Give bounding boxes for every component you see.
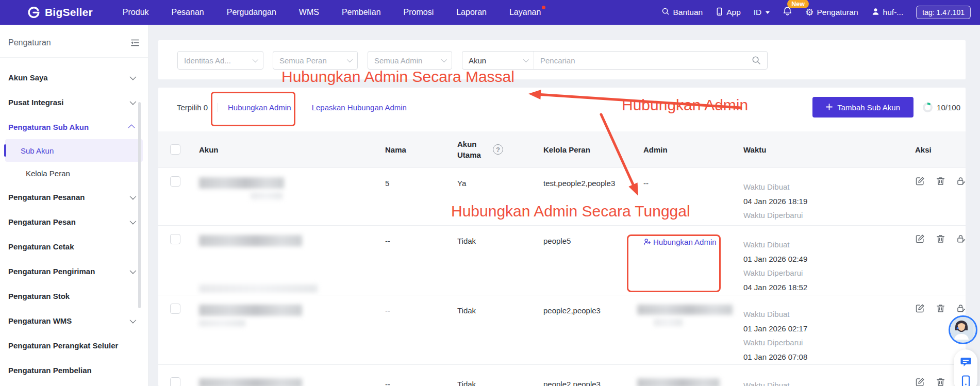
sidebar-header: Pengaturan bbox=[0, 25, 148, 58]
chevron-down-icon bbox=[766, 11, 770, 14]
select-all-checkbox[interactable] bbox=[170, 144, 180, 155]
sidebar-item-pengaturan-wms[interactable]: Pengaturan WMS bbox=[0, 308, 148, 333]
chevron-down-icon bbox=[130, 73, 137, 80]
menu-layanan[interactable]: Layanan bbox=[509, 8, 541, 17]
bigseller-logo[interactable]: BigSeller bbox=[27, 6, 93, 19]
table-row: 5 Ya test,people2,people3 -- Waktu Dibua… bbox=[158, 167, 966, 226]
sidebar-item-pengaturan-pembelian[interactable]: Pengaturan Pembelian bbox=[0, 358, 148, 382]
delete-icon[interactable] bbox=[936, 176, 945, 186]
redacted-account-name bbox=[199, 378, 302, 386]
unlink-admin-button[interactable]: Lepaskan Hubungan Admin bbox=[312, 103, 407, 112]
menu-produk[interactable]: Produk bbox=[123, 8, 149, 17]
delete-icon[interactable] bbox=[936, 304, 945, 313]
chevron-down-icon bbox=[130, 316, 137, 323]
phone-icon bbox=[716, 7, 723, 18]
customer-service-avatar[interactable] bbox=[949, 315, 977, 344]
menu-pembelian[interactable]: Pembelian bbox=[342, 8, 381, 17]
menu-promosi[interactable]: Promosi bbox=[404, 8, 434, 17]
column-header-nama: Nama bbox=[385, 145, 457, 154]
link-admin-row-button[interactable]: Hubungkan Admin bbox=[643, 238, 717, 246]
select-checkbox[interactable] bbox=[170, 377, 180, 386]
admin-cell: -- bbox=[643, 168, 743, 190]
chat-board-icon[interactable] bbox=[959, 356, 972, 368]
identity-filter-dropdown[interactable]: Identitas Ad... bbox=[177, 51, 263, 70]
select-checkbox[interactable] bbox=[170, 234, 180, 244]
change-password-icon[interactable] bbox=[956, 304, 966, 313]
sidebar-subitem-kelola-peran[interactable]: Kelola Peran bbox=[5, 162, 143, 184]
language-selector[interactable]: ID bbox=[754, 8, 770, 17]
sidebar-item-pengaturan-perangkat-seluler[interactable]: Pengaturan Perangkat Seluler bbox=[0, 333, 148, 358]
add-sub-account-button[interactable]: Tambah Sub Akun bbox=[812, 97, 913, 118]
selected-count: Terpilih 0 bbox=[177, 103, 208, 112]
sidebar-item-pengaturan-stok[interactable]: Pengaturan Stok bbox=[0, 283, 148, 308]
search-icon[interactable] bbox=[752, 56, 761, 65]
sidebar-item-pengaturan-pengiriman[interactable]: Pengaturan Pengiriman bbox=[0, 259, 148, 283]
edit-icon[interactable] bbox=[915, 176, 925, 186]
search-input[interactable] bbox=[534, 56, 752, 65]
aksi-cell bbox=[915, 226, 966, 244]
app-window: BigSeller Produk Pesanan Pergudangan WMS… bbox=[0, 0, 980, 386]
delete-icon[interactable] bbox=[936, 377, 945, 386]
account-cell-redacted bbox=[199, 226, 385, 293]
table-row: -- Tidak people2,people3 Waktu Dibuat 01… bbox=[158, 295, 966, 365]
link-admin-button[interactable]: Hubungkan Admin bbox=[228, 103, 291, 112]
main-content: Identitas Ad... Semua Peran Semua Admin … bbox=[148, 25, 980, 386]
sidebar-item-akun-saya[interactable]: Akun Saya bbox=[0, 65, 148, 90]
help-icon[interactable] bbox=[493, 144, 503, 155]
akun-utama-cell: Tidak bbox=[457, 226, 543, 247]
menu-pergudangan[interactable]: Pergudangan bbox=[227, 8, 276, 17]
collapse-sidebar-icon[interactable] bbox=[130, 39, 140, 47]
edit-icon[interactable] bbox=[915, 304, 925, 313]
quota-indicator: 10/100 bbox=[923, 103, 960, 112]
mobile-phone-icon[interactable] bbox=[960, 375, 971, 386]
account-cell-redacted bbox=[199, 365, 385, 386]
bigseller-logo-icon bbox=[27, 6, 40, 19]
sidebar-subitem-sub-akun[interactable]: Sub Akun bbox=[5, 139, 143, 162]
sidebar-item-pusat-integrasi[interactable]: Pusat Integrasi bbox=[0, 90, 148, 114]
sidebar-item-pengaturan-sub-akun[interactable]: Pengaturan Sub Akun bbox=[0, 114, 148, 139]
sidebar-item-pengaturan-pesan[interactable]: Pengaturan Pesan bbox=[0, 209, 148, 234]
chevron-down-icon bbox=[253, 57, 258, 62]
change-password-icon[interactable] bbox=[956, 176, 966, 186]
sidebar-item-pengaturan-pesanan[interactable]: Pengaturan Pesanan bbox=[0, 184, 148, 209]
nama-cell: 5 bbox=[385, 168, 457, 190]
edit-icon[interactable] bbox=[915, 377, 925, 386]
select-checkbox[interactable] bbox=[170, 176, 180, 187]
redacted-account-name bbox=[199, 235, 302, 246]
column-header-admin: Admin bbox=[643, 145, 743, 154]
redacted-account-detail bbox=[199, 320, 245, 327]
sidebar-item-pengaturan-cetak[interactable]: Pengaturan Cetak bbox=[0, 234, 148, 259]
kelola-peran-cell: test,people2,people3 bbox=[543, 168, 622, 190]
help-button[interactable]: Bantuan bbox=[661, 7, 703, 18]
sidebar-scrollbar[interactable] bbox=[138, 102, 141, 308]
select-checkbox[interactable] bbox=[170, 304, 180, 314]
navbar-right: Bantuan App ID New ⚙ Pengaturan bbox=[661, 6, 971, 19]
chevron-up-icon bbox=[128, 124, 135, 131]
notifications-button[interactable]: New bbox=[783, 6, 792, 19]
aksi-cell bbox=[915, 168, 966, 186]
nama-cell: -- bbox=[385, 365, 457, 386]
settings-sidebar: Pengaturan Akun Saya Pusat Integrasi Pen… bbox=[0, 25, 148, 386]
version-tag: tag: 1.47.101 bbox=[916, 6, 971, 19]
admin-cell-redacted bbox=[643, 365, 743, 386]
change-password-icon[interactable] bbox=[956, 234, 966, 244]
menu-wms[interactable]: WMS bbox=[299, 8, 319, 17]
menu-pesanan[interactable]: Pesanan bbox=[172, 8, 204, 17]
user-menu[interactable]: huf-... bbox=[871, 7, 904, 18]
redacted-admin-detail bbox=[654, 318, 683, 326]
settings-button[interactable]: ⚙ Pengaturan bbox=[805, 8, 858, 17]
redacted-account-name bbox=[199, 177, 284, 189]
edit-icon[interactable] bbox=[915, 234, 925, 244]
app-button[interactable]: App bbox=[716, 7, 741, 18]
menu-laporan[interactable]: Laporan bbox=[456, 8, 487, 17]
column-header-akun: Akun bbox=[199, 145, 385, 154]
admin-filter-dropdown[interactable]: Semua Admin bbox=[368, 51, 452, 70]
role-filter-dropdown[interactable]: Semua Peran bbox=[273, 51, 358, 70]
admin-cell: Hubungkan Admin bbox=[643, 226, 743, 249]
aksi-cell bbox=[915, 295, 966, 313]
chevron-down-icon bbox=[523, 57, 529, 62]
plus-icon bbox=[826, 103, 833, 112]
redacted-admin-name bbox=[637, 378, 720, 386]
search-type-dropdown[interactable]: Akun bbox=[462, 52, 534, 69]
delete-icon[interactable] bbox=[936, 234, 945, 244]
